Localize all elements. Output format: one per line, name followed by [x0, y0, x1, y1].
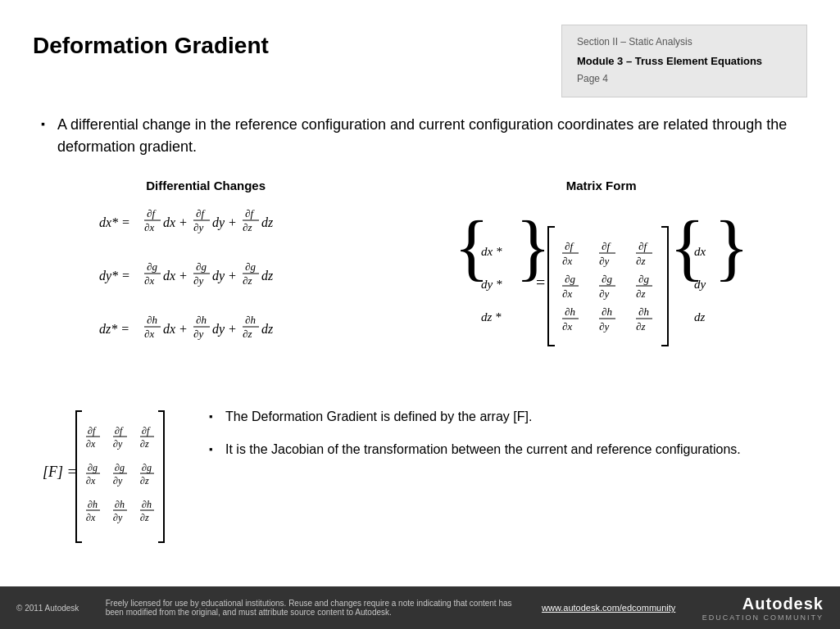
footer-logo: Autodesk Education Community — [702, 595, 824, 622]
svg-text:∂h: ∂h — [245, 314, 256, 326]
svg-text:∂h: ∂h — [147, 314, 157, 326]
slide-container: Deformation Gradient Section II – Static… — [0, 0, 840, 629]
svg-text:∂g: ∂g — [602, 273, 612, 285]
svg-text:∂g: ∂g — [147, 260, 157, 273]
svg-text:}: } — [515, 206, 551, 287]
svg-text:}: } — [714, 206, 749, 287]
svg-text:∂h: ∂h — [115, 499, 125, 510]
svg-text:∂z: ∂z — [636, 287, 645, 300]
bottom-bullets-col: The Deformation Gradient is defined by t… — [209, 399, 799, 459]
svg-text:dx *: dx * — [481, 245, 502, 258]
svg-text:dx +: dx + — [163, 269, 188, 283]
diff-changes-equations: dx* = ∂f ∂x dx + ∂f ∂y dy + ∂f ∂z dz dy*… — [91, 202, 320, 382]
header-row: Deformation Gradient Section II – Static… — [33, 25, 807, 97]
svg-text:∂h: ∂h — [88, 499, 98, 510]
main-content: A differential change in the reference c… — [33, 114, 807, 558]
svg-text:dz: dz — [261, 215, 274, 229]
f-matrix-equation: [F] = ∂f ∂x ∂f ∂y ∂f ∂z ∂g — [41, 399, 184, 554]
svg-text:∂x: ∂x — [86, 512, 96, 523]
svg-text:∂y: ∂y — [113, 512, 123, 523]
svg-text:dx +: dx + — [163, 322, 188, 336]
svg-text:∂x: ∂x — [144, 221, 154, 233]
svg-text:∂g: ∂g — [245, 260, 256, 273]
svg-text:∂g: ∂g — [196, 260, 207, 273]
svg-text:dz: dz — [694, 310, 706, 324]
svg-text:dy +: dy + — [212, 322, 237, 337]
svg-text:dx +: dx + — [163, 215, 188, 229]
bottom-row: [F] = ∂f ∂x ∂f ∂y ∂f ∂z ∂g — [41, 399, 799, 558]
svg-text:∂x: ∂x — [562, 320, 572, 333]
svg-text:∂f: ∂f — [115, 425, 124, 437]
svg-text:∂g: ∂g — [638, 273, 649, 285]
svg-text:∂y: ∂y — [193, 274, 203, 287]
svg-text:∂x: ∂x — [144, 328, 154, 340]
svg-text:∂z: ∂z — [140, 438, 149, 450]
svg-text:∂g: ∂g — [142, 462, 152, 473]
footer-copyright: © 2011 Autodesk — [16, 604, 79, 613]
svg-text:∂g: ∂g — [88, 462, 98, 473]
svg-text:∂z: ∂z — [243, 221, 252, 233]
svg-text:dz: dz — [261, 322, 274, 336]
diff-changes-label: Differential Changes — [41, 179, 370, 192]
svg-text:∂y: ∂y — [599, 255, 609, 267]
svg-text:∂x: ∂x — [562, 287, 572, 300]
autodesk-brand: Autodesk — [742, 595, 824, 613]
svg-text:∂f: ∂f — [196, 207, 206, 219]
bottom-bullet-2: It is the Jacobian of the transformation… — [209, 440, 799, 459]
svg-text:∂z: ∂z — [243, 328, 252, 340]
svg-text:∂z: ∂z — [243, 274, 252, 287]
matrix-form-col: Matrix Form { dx * dy * dz * } = — [403, 179, 799, 374]
svg-text:∂x: ∂x — [144, 274, 154, 287]
diff-changes-col: Differential Changes dx* = ∂f ∂x dx + ∂f… — [41, 179, 370, 382]
svg-text:∂z: ∂z — [140, 512, 149, 523]
svg-text:∂x: ∂x — [86, 475, 96, 486]
svg-text:∂z: ∂z — [636, 255, 645, 267]
svg-text:∂y: ∂y — [113, 475, 123, 486]
svg-text:∂y: ∂y — [113, 438, 123, 450]
svg-text:∂h: ∂h — [638, 305, 649, 318]
svg-text:∂f: ∂f — [565, 240, 574, 252]
svg-text:dy* =: dy* = — [99, 269, 130, 283]
footer-website[interactable]: www.autodesk.com/edcommunity — [542, 603, 675, 613]
svg-text:dz *: dz * — [481, 310, 502, 324]
svg-text:∂y: ∂y — [599, 287, 609, 300]
svg-text:∂f: ∂f — [147, 207, 157, 219]
svg-text:∂f: ∂f — [142, 425, 151, 437]
svg-text:dy *: dy * — [481, 278, 502, 291]
svg-text:∂z: ∂z — [140, 475, 149, 486]
footer-license: Freely licensed for use by educational i… — [106, 599, 515, 617]
svg-text:∂x: ∂x — [86, 438, 96, 450]
intro-bullet: A differential change in the reference c… — [41, 114, 799, 158]
svg-text:dy +: dy + — [212, 269, 237, 283]
equations-row: Differential Changes dx* = ∂f ∂x dx + ∂f… — [41, 179, 799, 382]
svg-text:dz* =: dz* = — [99, 322, 129, 336]
slide-title: Deformation Gradient — [33, 33, 269, 59]
svg-text:dy +: dy + — [212, 215, 237, 230]
svg-text:dx: dx — [694, 245, 706, 258]
svg-text:∂f: ∂f — [638, 240, 648, 252]
svg-text:∂f: ∂f — [245, 207, 255, 219]
svg-text:∂g: ∂g — [565, 273, 575, 285]
svg-text:∂y: ∂y — [599, 320, 609, 333]
page-line: Page 4 — [577, 70, 792, 88]
section-line: Section II – Static Analysis — [577, 34, 792, 52]
matrix-form-equation: { dx * dy * dz * } = ∂f ∂x ∂f — [450, 202, 753, 374]
svg-text:dy: dy — [694, 278, 706, 291]
section-info-box: Section II – Static Analysis Module 3 – … — [561, 25, 807, 97]
svg-text:∂f: ∂f — [88, 425, 97, 437]
svg-text:∂h: ∂h — [142, 499, 152, 510]
footer: © 2011 Autodesk Freely licensed for use … — [0, 586, 840, 629]
svg-text:=: = — [536, 274, 545, 292]
svg-text:∂g: ∂g — [115, 462, 125, 473]
svg-text:[F] =: [F] = — [43, 464, 77, 480]
svg-text:∂z: ∂z — [636, 320, 645, 333]
autodesk-sub-brand: Education Community — [702, 613, 824, 622]
svg-text:∂y: ∂y — [193, 221, 203, 233]
svg-text:∂h: ∂h — [602, 305, 612, 318]
svg-text:∂f: ∂f — [602, 240, 611, 252]
matrix-form-label: Matrix Form — [403, 179, 799, 192]
svg-text:dx* =: dx* = — [99, 215, 130, 229]
svg-text:∂h: ∂h — [196, 314, 207, 326]
svg-text:∂h: ∂h — [565, 305, 575, 318]
svg-text:∂y: ∂y — [193, 328, 203, 340]
